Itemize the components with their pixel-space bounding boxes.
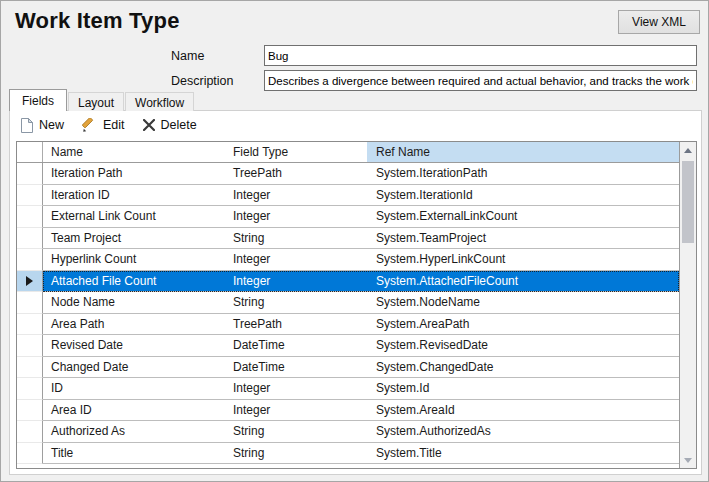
row-selector-header-cell bbox=[17, 142, 43, 162]
edit-pencil-icon bbox=[82, 118, 97, 133]
row-selector-cell[interactable] bbox=[17, 400, 43, 422]
row-cell-ref-name: System.Id bbox=[367, 378, 679, 400]
delete-x-icon bbox=[143, 119, 155, 131]
scroll-down-arrow-icon[interactable] bbox=[680, 452, 696, 468]
grid-header-row: Name Field Type Ref Name bbox=[17, 142, 679, 163]
row-selector-cell[interactable] bbox=[17, 443, 43, 465]
table-row[interactable]: Area Path TreePath System.AreaPath bbox=[17, 314, 679, 336]
row-cell-ref-name: System.ChangedDate bbox=[367, 357, 679, 379]
delete-button[interactable]: Delete bbox=[143, 118, 197, 132]
fields-grid: Name Field Type Ref Name Iteration Path … bbox=[16, 141, 697, 469]
row-cell-field-type: String bbox=[225, 421, 367, 443]
tab-fields[interactable]: Fields bbox=[9, 89, 67, 111]
tab-layout[interactable]: Layout bbox=[68, 92, 124, 111]
view-xml-button[interactable]: View XML bbox=[618, 10, 700, 34]
row-cell-field-type: TreePath bbox=[225, 314, 367, 336]
row-cell-name: Title bbox=[43, 443, 225, 465]
current-row-marker-icon bbox=[26, 276, 33, 286]
row-cell-ref-name: System.IterationId bbox=[367, 185, 679, 207]
description-label: Description bbox=[171, 74, 234, 88]
delete-button-label: Delete bbox=[161, 118, 197, 132]
row-cell-field-type: Integer bbox=[225, 249, 367, 271]
row-cell-ref-name: System.TeamProject bbox=[367, 228, 679, 250]
row-cell-ref-name: System.AreaId bbox=[367, 400, 679, 422]
row-selector-cell[interactable] bbox=[17, 249, 43, 271]
row-cell-ref-name: System.AuthorizedAs bbox=[367, 421, 679, 443]
table-row[interactable]: Revised Date DateTime System.RevisedDate bbox=[17, 335, 679, 357]
column-header-field-type[interactable]: Field Type bbox=[225, 142, 367, 162]
table-row[interactable]: Hyperlink Count Integer System.HyperLink… bbox=[17, 249, 679, 271]
table-row[interactable]: Iteration Path TreePath System.Iteration… bbox=[17, 163, 679, 185]
new-document-icon bbox=[20, 118, 33, 133]
row-cell-name: Revised Date bbox=[43, 335, 225, 357]
column-header-name[interactable]: Name bbox=[43, 142, 225, 162]
row-selector-cell[interactable] bbox=[17, 163, 43, 185]
row-selector-cell[interactable] bbox=[17, 228, 43, 250]
table-row[interactable]: Node Name String System.NodeName bbox=[17, 292, 679, 314]
tab-strip: Fields Layout Workflow bbox=[9, 89, 195, 111]
row-cell-ref-name: System.IterationPath bbox=[367, 163, 679, 185]
row-cell-name: Attached File Count bbox=[43, 271, 225, 293]
description-input[interactable] bbox=[264, 70, 697, 91]
fields-toolbar: New Edit Delete bbox=[10, 111, 701, 139]
row-selector-cell[interactable] bbox=[17, 335, 43, 357]
edit-button[interactable]: Edit bbox=[82, 118, 125, 133]
grid-body: Iteration Path TreePath System.Iteration… bbox=[17, 163, 679, 464]
vertical-scrollbar[interactable] bbox=[679, 142, 696, 468]
table-row[interactable]: External Link Count Integer System.Exter… bbox=[17, 206, 679, 228]
table-row[interactable]: Changed Date DateTime System.ChangedDate bbox=[17, 357, 679, 379]
row-cell-ref-name: System.ExternalLinkCount bbox=[367, 206, 679, 228]
scroll-up-arrow-icon[interactable] bbox=[680, 142, 696, 158]
row-selector-cell[interactable] bbox=[17, 271, 43, 293]
row-selector-cell[interactable] bbox=[17, 314, 43, 336]
row-cell-field-type: DateTime bbox=[225, 335, 367, 357]
row-cell-name: Node Name bbox=[43, 292, 225, 314]
tab-workflow[interactable]: Workflow bbox=[125, 92, 194, 111]
row-selector-cell[interactable] bbox=[17, 421, 43, 443]
row-cell-name: Changed Date bbox=[43, 357, 225, 379]
table-row[interactable]: Iteration ID Integer System.IterationId bbox=[17, 185, 679, 207]
row-selector-cell[interactable] bbox=[17, 206, 43, 228]
row-cell-ref-name: System.AreaPath bbox=[367, 314, 679, 336]
table-row[interactable]: Title String System.Title bbox=[17, 443, 679, 465]
table-row[interactable]: ID Integer System.Id bbox=[17, 378, 679, 400]
row-cell-name: Authorized As bbox=[43, 421, 225, 443]
name-input[interactable] bbox=[264, 45, 697, 66]
row-cell-ref-name: System.HyperLinkCount bbox=[367, 249, 679, 271]
row-cell-ref-name: System.Title bbox=[367, 443, 679, 465]
table-row[interactable]: Area ID Integer System.AreaId bbox=[17, 400, 679, 422]
table-row[interactable]: Team Project String System.TeamProject bbox=[17, 228, 679, 250]
row-cell-name: Area ID bbox=[43, 400, 225, 422]
column-header-ref-name[interactable]: Ref Name bbox=[367, 142, 679, 162]
row-cell-name: Iteration Path bbox=[43, 163, 225, 185]
row-cell-ref-name: System.AttachedFileCount bbox=[367, 271, 679, 293]
row-cell-field-type: Integer bbox=[225, 185, 367, 207]
table-row[interactable]: Attached File Count Integer System.Attac… bbox=[17, 271, 679, 293]
row-cell-name: ID bbox=[43, 378, 225, 400]
row-cell-field-type: Integer bbox=[225, 206, 367, 228]
scrollbar-thumb[interactable] bbox=[682, 161, 694, 243]
row-cell-name: Hyperlink Count bbox=[43, 249, 225, 271]
new-button[interactable]: New bbox=[20, 118, 64, 133]
row-cell-field-type: TreePath bbox=[225, 163, 367, 185]
row-cell-name: Area Path bbox=[43, 314, 225, 336]
work-item-type-window: Work Item Type View XML Name Description… bbox=[0, 0, 709, 482]
row-selector-cell[interactable] bbox=[17, 357, 43, 379]
row-selector-cell[interactable] bbox=[17, 292, 43, 314]
row-cell-name: Iteration ID bbox=[43, 185, 225, 207]
row-cell-name: External Link Count bbox=[43, 206, 225, 228]
name-label: Name bbox=[171, 49, 204, 63]
row-selector-cell[interactable] bbox=[17, 185, 43, 207]
row-cell-field-type: DateTime bbox=[225, 357, 367, 379]
edit-button-label: Edit bbox=[103, 118, 125, 132]
row-cell-field-type: String bbox=[225, 443, 367, 465]
table-row[interactable]: Authorized As String System.AuthorizedAs bbox=[17, 421, 679, 443]
row-cell-field-type: Integer bbox=[225, 271, 367, 293]
row-selector-cell[interactable] bbox=[17, 378, 43, 400]
row-cell-name: Team Project bbox=[43, 228, 225, 250]
row-cell-ref-name: System.NodeName bbox=[367, 292, 679, 314]
row-cell-field-type: Integer bbox=[225, 400, 367, 422]
row-cell-field-type: String bbox=[225, 228, 367, 250]
fields-tab-page: New Edit Delete bbox=[9, 110, 702, 475]
row-cell-field-type: String bbox=[225, 292, 367, 314]
